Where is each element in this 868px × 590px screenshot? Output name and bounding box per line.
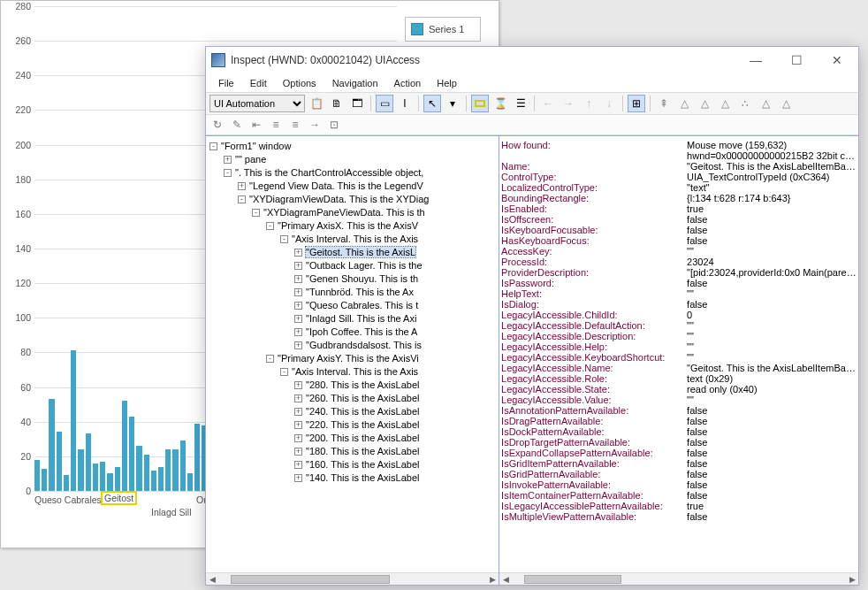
nav-right-icon[interactable]: → (560, 95, 577, 112)
tree-toggle-icon[interactable]: - (209, 142, 217, 150)
tree-toggle-icon[interactable]: - (252, 209, 260, 217)
menu-item-navigation[interactable]: Navigation (325, 76, 385, 90)
hierarchy4-icon[interactable]: △ (716, 95, 734, 112)
toolbar-secondary[interactable]: ↻ ✎ ⇤ ≡ ≡ → ⊡ (206, 115, 858, 135)
tree-node[interactable]: +"200. This is the AxisLabel (209, 432, 499, 445)
pointer-icon[interactable]: ↖ (423, 95, 441, 112)
tree-node[interactable]: +"Geitost. This is the AxisL (209, 246, 499, 259)
tree-node[interactable]: -"Axis Interval. This is the Axis (209, 233, 499, 246)
hierarchy2-icon[interactable]: △ (675, 95, 693, 112)
tree-node[interactable]: +"Tunnbröd. This is the Ax (209, 286, 499, 299)
right-hscrollbar[interactable]: ◀▶ (499, 572, 858, 585)
menu-item-edit[interactable]: Edit (243, 76, 274, 90)
step1-icon[interactable]: ⇤ (248, 117, 264, 133)
tree-node[interactable]: +"Ipoh Coffee. This is the A (209, 326, 499, 339)
tree-toggle-icon[interactable]: + (294, 381, 302, 389)
tree-node[interactable]: +"260. This is the AxisLabel (209, 392, 499, 405)
tree-node[interactable]: +"140. This is the AxisLabel (209, 471, 499, 485)
tree-toggle-icon[interactable]: + (224, 156, 232, 164)
tree-node[interactable]: +"180. This is the AxisLabel (209, 445, 499, 458)
hierarchy3-icon[interactable]: △ (696, 95, 713, 112)
tree-node[interactable]: +"160. This is the AxisLabel (209, 458, 499, 471)
step4-icon[interactable]: → (307, 117, 323, 133)
tree-toggle-icon[interactable]: + (294, 341, 302, 349)
tree-node[interactable]: +"Legend View Data. This is the LegendV (209, 180, 499, 193)
props-icon[interactable]: 🗔 (348, 95, 366, 112)
nav-left-icon[interactable]: ← (539, 95, 557, 112)
tree-node[interactable]: +"Outback Lager. This is the (209, 259, 499, 272)
tree-node-label[interactable]: "Ipoh Coffee. This is the A (306, 326, 417, 337)
toolbar-main[interactable]: UI Automation 📋 🗎 🗔 ▭ I ↖ ▾ ⌛ ☰ ← → ↑ ↓ … (206, 93, 858, 115)
tree-node[interactable]: -"XYDiagramViewData. This is the XYDiag (209, 193, 499, 206)
doc-icon[interactable]: 🗎 (328, 95, 346, 112)
tree-node[interactable]: +"220. This is the AxisLabel (209, 418, 499, 432)
tree-node-label[interactable]: "160. This is the AxisLabel (306, 459, 419, 470)
left-hscrollbar[interactable]: ◀▶ (206, 572, 499, 585)
tree-node-label[interactable]: "XYDiagramPaneViewData. This is th (263, 207, 425, 218)
tree-node[interactable]: -"Axis Interval. This is the Axis (209, 365, 499, 379)
nav-up-icon[interactable]: ↑ (580, 95, 598, 112)
tree-node-label[interactable]: "Gudbrandsdalsost. This is (306, 340, 422, 350)
tree-toggle-icon[interactable]: + (294, 275, 302, 283)
tree-node-label[interactable]: "Geitost. This is the AxisL (306, 247, 415, 257)
tooltip-icon[interactable]: ▾ (444, 95, 461, 112)
tree-toggle-icon[interactable]: - (280, 235, 288, 243)
tree-toggle-icon[interactable]: + (294, 249, 302, 257)
hierarchy6-icon[interactable]: △ (757, 95, 774, 112)
tree-toggle-icon[interactable]: + (294, 448, 302, 456)
tree-toggle-icon[interactable]: + (294, 408, 302, 416)
tree-toggle-icon[interactable]: - (238, 195, 246, 203)
hierarchy1-icon[interactable]: ⇞ (655, 95, 673, 112)
tree-toggle-icon[interactable]: + (294, 262, 302, 270)
tree-pane[interactable]: -"Form1" window+"" pane-". This is the C… (206, 136, 499, 585)
tree-node-label[interactable]: "Primary AxisY. This is the AxisVi (278, 353, 419, 364)
menu-item-action[interactable]: Action (387, 76, 429, 90)
tree-node[interactable]: +"" pane (209, 153, 499, 166)
tree-node-label[interactable]: "Primary AxisX. This is the AxisV (278, 220, 418, 231)
tree-node-label[interactable]: "Form1" window (221, 141, 291, 151)
list-icon[interactable]: ☰ (512, 95, 529, 112)
tree-node-label[interactable]: "Axis Interval. This is the Axis (292, 366, 418, 377)
tree-node-label[interactable]: "Queso Cabrales. This is t (306, 300, 418, 310)
tree-node-label[interactable]: "XYDiagramViewData. This is the XYDiag (249, 194, 429, 204)
tree-toggle-icon[interactable]: + (294, 474, 302, 482)
tree-node-label[interactable]: "Legend View Data. This is the LegendV (249, 180, 423, 191)
tree-node-label[interactable]: "240. This is the AxisLabel (306, 406, 419, 417)
tree-node-label[interactable]: "200. This is the AxisLabel (306, 433, 419, 443)
tree-node-label[interactable]: "Inlagd Sill. This is the Axi (306, 313, 416, 324)
nav-down-icon[interactable]: ↓ (600, 95, 618, 112)
tree-node[interactable]: -"Primary AxisX. This is the AxisV (209, 219, 499, 233)
maximize-button[interactable]: ☐ (779, 48, 814, 73)
tree-node-label[interactable]: "260. This is the AxisLabel (306, 393, 419, 403)
tree-toggle-icon[interactable]: + (294, 421, 302, 429)
step3-icon[interactable]: ≡ (287, 117, 303, 133)
tree-toggle-icon[interactable]: + (294, 302, 302, 310)
copy-icon[interactable]: 📋 (308, 95, 325, 112)
tree-node-label[interactable]: "Genen Shouyu. This is th (306, 273, 418, 284)
tree-node-label[interactable]: "" pane (235, 154, 266, 165)
mode-select[interactable]: UI Automation (209, 95, 305, 112)
minimize-button[interactable]: — (738, 48, 773, 73)
window-icon[interactable]: ⊡ (326, 117, 342, 133)
tree-node[interactable]: +"Gudbrandsdalsost. This is (209, 339, 499, 352)
tree-node-label[interactable]: "Axis Interval. This is the Axis (292, 234, 418, 244)
step2-icon[interactable]: ≡ (268, 117, 284, 133)
tree-node-label[interactable]: ". This is the ChartControlAccessible ob… (235, 167, 423, 178)
tree-toggle-icon[interactable]: - (266, 222, 274, 230)
tree-toggle-icon[interactable]: + (294, 288, 302, 296)
tree-node[interactable]: -". This is the ChartControlAccessible o… (209, 166, 499, 180)
menu-item-file[interactable]: File (211, 76, 241, 90)
highlight-icon[interactable] (471, 95, 489, 112)
hierarchy7-icon[interactable]: △ (777, 95, 795, 112)
properties-pane[interactable]: How found:Mouse move (159,632)hwnd=0x000… (499, 136, 858, 585)
refresh-icon[interactable]: ↻ (209, 117, 225, 133)
menu-item-help[interactable]: Help (430, 76, 464, 90)
tree-toggle-icon[interactable]: - (280, 368, 288, 376)
tree-icon[interactable]: ⊞ (628, 95, 645, 112)
brush-icon[interactable]: ✎ (229, 117, 245, 133)
tree-node[interactable]: +"280. This is the AxisLabel (209, 379, 499, 392)
tree-toggle-icon[interactable]: + (294, 328, 302, 336)
close-button[interactable]: ✕ (819, 48, 855, 73)
tree-toggle-icon[interactable]: + (294, 315, 302, 323)
text-cursor-icon[interactable]: I (396, 95, 414, 112)
